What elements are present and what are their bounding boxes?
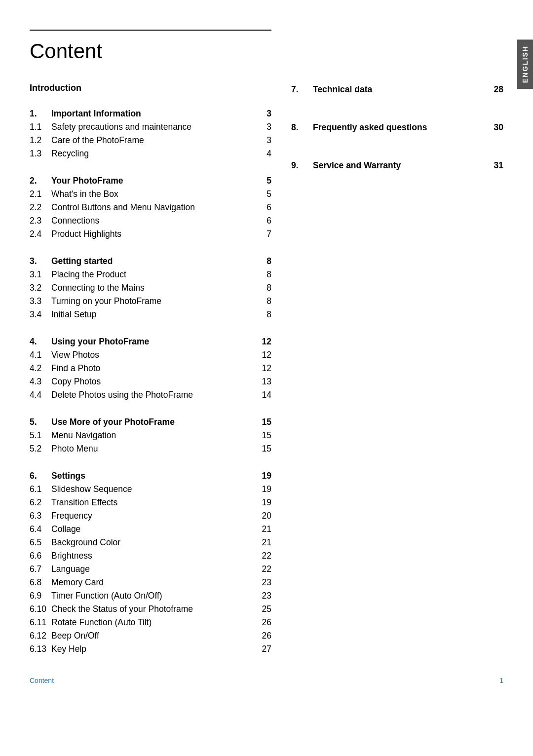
- toc-title-6-4: Collage: [51, 524, 257, 534]
- footer-label: Content: [30, 677, 54, 684]
- right-row-7: 7. Technical data 28: [291, 83, 503, 96]
- toc-page-2-4: 7: [257, 229, 271, 239]
- toc-page-6-3: 20: [257, 511, 271, 521]
- toc-page-6-11: 26: [257, 617, 271, 628]
- left-column: Introduction 1. Important Information 3 …: [30, 83, 271, 670]
- toc-row-6-11: 6.11 Rotate Function (Auto Tilt) 26: [30, 616, 271, 629]
- toc-num-3-4: 3.4: [30, 309, 51, 320]
- toc-title-6-5: Background Color: [51, 537, 257, 548]
- toc-row-4-1: 4.1 View Photos 12: [30, 348, 271, 362]
- toc-row-2-4: 2.4 Product Highlights 7: [30, 227, 271, 241]
- toc-num-6-9: 6.9: [30, 591, 51, 601]
- toc-row-2-2: 2.2 Control Buttons and Menu Navigation …: [30, 201, 271, 214]
- toc-title-5-2: Photo Menu: [51, 444, 257, 454]
- toc-page-1-1: 3: [257, 122, 271, 132]
- toc-title-6: Settings: [51, 471, 257, 481]
- toc-num-5: 5.: [30, 417, 51, 427]
- toc-title-6-9: Timer Function (Auto On/Off): [51, 591, 257, 601]
- toc-row-6-1: 6.1 Slideshow Sequence 19: [30, 483, 271, 496]
- toc-page-6-7: 22: [257, 564, 271, 574]
- toc-row-2-3: 2.3 Connections 6: [30, 214, 271, 227]
- toc-page-6-2: 19: [257, 497, 271, 508]
- toc-page-2-1: 5: [257, 189, 271, 199]
- toc-section-6: 6. Settings 19 6.1 Slideshow Sequence 19…: [30, 469, 271, 656]
- right-num-7: 7.: [291, 84, 313, 95]
- toc-page-1-2: 3: [257, 135, 271, 146]
- toc-title-5-1: Menu Navigation: [51, 430, 257, 441]
- toc-section-4: 4. Using your PhotoFrame 12 4.1 View Pho…: [30, 335, 271, 402]
- toc-page-6-10: 25: [257, 604, 271, 614]
- right-row-8: 8. Frequently asked questions 30: [291, 121, 503, 134]
- top-rule: [30, 30, 271, 31]
- toc-title-1: Important Information: [51, 109, 257, 119]
- toc-title-1-3: Recycling: [51, 149, 257, 159]
- toc-row-6-2: 6.2 Transition Effects 19: [30, 496, 271, 509]
- toc-page-3: 8: [257, 256, 271, 266]
- two-col-layout: Introduction 1. Important Information 3 …: [30, 83, 503, 670]
- toc-num-6-5: 6.5: [30, 537, 51, 548]
- toc-row-6-13: 6.13 Key Help 27: [30, 643, 271, 656]
- toc-num-6-13: 6.13: [30, 644, 51, 654]
- toc-page-3-3: 8: [257, 296, 271, 306]
- toc-title-2-3: Connections: [51, 216, 257, 226]
- toc-page-4-4: 14: [257, 390, 271, 400]
- toc-row-1-1: 1.1 Safety precautions and maintenance 3: [30, 120, 271, 134]
- toc-section-1: 1. Important Information 3 1.1 Safety pr…: [30, 107, 271, 160]
- toc-num-4-2: 4.2: [30, 363, 51, 374]
- toc-title-2: Your PhotoFrame: [51, 176, 257, 186]
- toc-row-6-6: 6.6 Brightness 22: [30, 549, 271, 563]
- toc-page-2: 5: [257, 176, 271, 186]
- toc-title-6-1: Slideshow Sequence: [51, 484, 257, 494]
- toc-section-2: 2. Your PhotoFrame 5 2.1 What's in the B…: [30, 174, 271, 241]
- toc-page-6-1: 19: [257, 484, 271, 494]
- right-section-7: 7. Technical data 28: [291, 83, 503, 96]
- toc-title-6-2: Transition Effects: [51, 497, 257, 508]
- toc-title-3-4: Initial Setup: [51, 309, 257, 320]
- toc-num-1-3: 1.3: [30, 149, 51, 159]
- toc-num-6-7: 6.7: [30, 564, 51, 574]
- toc-row-4-4: 4.4 Delete Photos using the PhotoFrame 1…: [30, 388, 271, 402]
- toc-page-6-8: 23: [257, 577, 271, 588]
- toc-num-5-1: 5.1: [30, 430, 51, 441]
- toc-page-6-13: 27: [257, 644, 271, 654]
- toc-page-4-3: 13: [257, 377, 271, 387]
- toc-page-1: 3: [257, 109, 271, 119]
- toc-row-5-1: 5.1 Menu Navigation 15: [30, 429, 271, 442]
- toc-title-6-12: Beep On/Off: [51, 631, 257, 641]
- toc-row-3: 3. Getting started 8: [30, 255, 271, 268]
- toc-num-4-3: 4.3: [30, 377, 51, 387]
- toc-num-6-10: 6.10: [30, 604, 51, 614]
- right-title-8: Frequently asked questions: [313, 122, 484, 133]
- right-page-7: 28: [484, 84, 503, 95]
- toc-row-6-4: 6.4 Collage 21: [30, 523, 271, 536]
- toc-num-2-4: 2.4: [30, 229, 51, 239]
- right-num-9: 9.: [291, 160, 313, 171]
- toc-row-3-2: 3.2 Connecting to the Mains 8: [30, 281, 271, 295]
- toc-title-3-3: Turning on your PhotoFrame: [51, 296, 257, 306]
- right-page-9: 31: [484, 160, 503, 171]
- toc-num-6-8: 6.8: [30, 577, 51, 588]
- right-num-8: 8.: [291, 122, 313, 133]
- toc-title-4: Using your PhotoFrame: [51, 337, 257, 347]
- toc-section-3: 3. Getting started 8 3.1 Placing the Pro…: [30, 255, 271, 321]
- right-row-9: 9. Service and Warranty 31: [291, 159, 503, 172]
- toc-num-6-1: 6.1: [30, 484, 51, 494]
- toc-row-1-3: 1.3 Recycling 4: [30, 147, 271, 160]
- toc-title-6-3: Frequency: [51, 511, 257, 521]
- right-section-8: 8. Frequently asked questions 30: [291, 121, 503, 134]
- toc-page-2-2: 6: [257, 202, 271, 213]
- toc-title-3: Getting started: [51, 256, 257, 266]
- toc-row-6: 6. Settings 19: [30, 469, 271, 483]
- toc-page-1-3: 4: [257, 149, 271, 159]
- toc-row-3-4: 3.4 Initial Setup 8: [30, 308, 271, 321]
- toc-title-6-11: Rotate Function (Auto Tilt): [51, 617, 257, 628]
- toc-row-4: 4. Using your PhotoFrame 12: [30, 335, 271, 348]
- toc-page-6-5: 21: [257, 537, 271, 548]
- toc-title-6-7: Language: [51, 564, 257, 574]
- toc-page-3-4: 8: [257, 309, 271, 320]
- toc-num-6-4: 6.4: [30, 524, 51, 534]
- toc-row-6-12: 6.12 Beep On/Off 26: [30, 629, 271, 643]
- toc-page-6-9: 23: [257, 591, 271, 601]
- toc-title-3-1: Placing the Product: [51, 269, 257, 280]
- right-title-9: Service and Warranty: [313, 160, 484, 171]
